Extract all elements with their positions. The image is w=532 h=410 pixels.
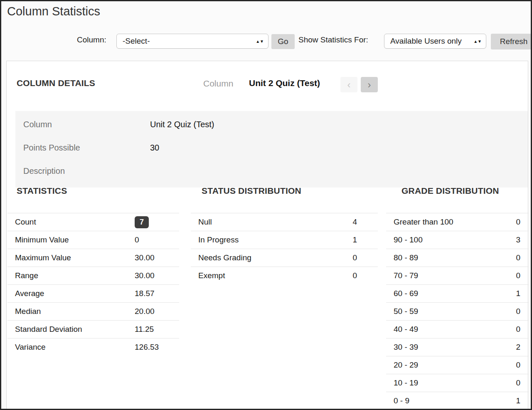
column-select-value: -Select-	[123, 37, 150, 46]
grade-range-label: 20 - 29	[394, 361, 516, 370]
column-details-box: Column Unit 2 Quiz (Test) Points Possibl…	[15, 111, 528, 188]
grade-range-label: 30 - 39	[394, 343, 516, 352]
column-statistics-page: Column Statistics Column: -Select- ▲▼ Go…	[0, 0, 532, 410]
status-label: Needs Grading	[198, 253, 352, 262]
go-button[interactable]: Go	[271, 34, 295, 49]
statistics-heading: STATISTICS	[7, 186, 179, 196]
table-row: Range 30.00	[7, 267, 179, 284]
status-distribution-table: Null 4 In Progress 1 Needs Grading 0	[191, 213, 378, 284]
grade-range-value: 0	[516, 253, 529, 262]
table-row: Exempt 0	[191, 267, 378, 284]
grade-range-value: 1	[516, 289, 529, 298]
table-row: 80 - 89 0	[386, 249, 529, 267]
stat-value: 0	[135, 235, 139, 245]
status-value: 4	[352, 217, 378, 227]
show-statistics-for-select[interactable]: Available Users only ▲▼	[384, 34, 486, 49]
table-row: 10 - 19 0	[386, 374, 529, 392]
status-distribution-heading: STATUS DISTRIBUTION	[191, 186, 378, 196]
grade-range-label: Greater than 100	[394, 217, 516, 227]
table-row: In Progress 1	[191, 231, 378, 249]
detail-field-value: 30	[150, 143, 159, 153]
grade-distribution-table: Greater than 100 0 90 - 100 3 80 - 89 0	[386, 213, 529, 410]
grade-range-label: 60 - 69	[394, 289, 516, 298]
stat-label: Variance	[15, 343, 135, 352]
grade-range-label: 0 - 9	[394, 396, 516, 405]
status-value: 1	[352, 235, 378, 245]
stat-label: Range	[15, 271, 135, 280]
detail-field-value: Unit 2 Quiz (Test)	[150, 120, 214, 129]
detail-field-label: Points Possible	[23, 143, 150, 153]
select-arrows-icon: ▲▼	[473, 40, 482, 43]
table-row: 50 - 59 0	[386, 302, 529, 320]
column-select[interactable]: -Select- ▲▼	[116, 34, 268, 49]
table-row: 90 - 100 3	[386, 231, 529, 249]
stat-value: 11.25	[135, 325, 154, 334]
status-value: 0	[352, 271, 378, 280]
detail-field-label: Column	[23, 120, 150, 129]
grade-range-value: 0	[516, 217, 529, 227]
table-row: 0 - 9 1	[386, 392, 529, 410]
table-row: 30 - 39 2	[386, 338, 529, 356]
table-row: Minimum Value 0	[7, 231, 179, 249]
current-column-value: Unit 2 Quiz (Test)	[249, 78, 320, 88]
table-row: Standard Deviation 11.25	[7, 320, 179, 338]
current-column-label: Column	[203, 79, 233, 89]
grade-range-label: 40 - 49	[394, 325, 516, 334]
table-row: Null 4	[191, 213, 378, 231]
detail-field-row: Column Unit 2 Quiz (Test)	[23, 120, 528, 143]
chevron-right-icon: ›	[368, 78, 371, 92]
grade-distribution-heading: GRADE DISTRIBUTION	[386, 186, 529, 196]
page-title: Column Statistics	[7, 5, 100, 18]
select-arrows-icon: ▲▼	[256, 40, 264, 43]
grade-range-value: 0	[516, 307, 529, 316]
stat-value: 18.57	[135, 289, 155, 298]
stat-label: Minimum Value	[15, 235, 135, 245]
detail-field-row: Points Possible 30	[23, 143, 528, 166]
table-row: Variance 126.53	[7, 338, 179, 356]
stat-value: 30.00	[135, 271, 155, 280]
grade-range-value: 2	[516, 343, 529, 352]
column-select-label: Column:	[77, 35, 106, 44]
table-row: Maximum Value 30.00	[7, 249, 179, 267]
stat-value: 126.53	[135, 343, 159, 352]
show-statistics-for-value: Available Users only	[390, 37, 462, 46]
stat-label: Average	[15, 289, 135, 298]
table-row: Count 7	[7, 213, 179, 231]
previous-column-button[interactable]: ‹	[340, 77, 357, 92]
next-column-button[interactable]: ›	[361, 77, 378, 92]
stat-value: 7	[135, 216, 149, 228]
status-label: Exempt	[198, 271, 352, 280]
status-distribution-section: STATUS DISTRIBUTION Null 4 In Progress 1…	[191, 186, 378, 284]
statistics-table: Count 7 Minimum Value 0 Maximum Value 30…	[7, 213, 179, 356]
grade-range-value: 0	[516, 361, 529, 370]
table-row: 70 - 79 0	[386, 267, 529, 284]
grade-range-value: 0	[516, 378, 529, 388]
grade-range-label: 50 - 59	[394, 307, 516, 316]
statistics-section: STATISTICS Count 7 Minimum Value 0 Maxim…	[7, 186, 179, 356]
table-row: 20 - 29 0	[386, 356, 529, 374]
column-details-panel: COLUMN DETAILS Column Unit 2 Quiz (Test)…	[6, 61, 528, 410]
stat-value: 20.00	[135, 307, 155, 316]
status-label: Null	[198, 217, 352, 227]
detail-field-label: Description	[23, 166, 150, 176]
grade-range-label: 80 - 89	[394, 253, 516, 262]
stat-label: Median	[15, 307, 135, 316]
show-statistics-for-label: Show Statistics For:	[298, 35, 368, 44]
grade-range-value: 3	[516, 235, 529, 245]
grade-distribution-section: GRADE DISTRIBUTION Greater than 100 0 90…	[386, 186, 529, 410]
table-row: 40 - 49 0	[386, 320, 529, 338]
status-label: In Progress	[198, 235, 352, 245]
chevron-left-icon: ‹	[347, 78, 351, 92]
table-row: Greater than 100 0	[386, 213, 529, 231]
stat-label: Maximum Value	[15, 253, 135, 262]
grade-range-value: 1	[516, 396, 529, 405]
grade-range-label: 90 - 100	[394, 235, 516, 245]
refresh-button[interactable]: Refresh	[491, 34, 532, 49]
grade-range-label: 70 - 79	[394, 271, 516, 280]
column-details-heading: COLUMN DETAILS	[17, 78, 95, 88]
grade-range-label: 10 - 19	[394, 378, 516, 388]
status-value: 0	[352, 253, 378, 262]
stat-label: Standard Deviation	[15, 325, 135, 334]
stat-value: 30.00	[135, 253, 155, 262]
table-row: Average 18.57	[7, 284, 179, 302]
